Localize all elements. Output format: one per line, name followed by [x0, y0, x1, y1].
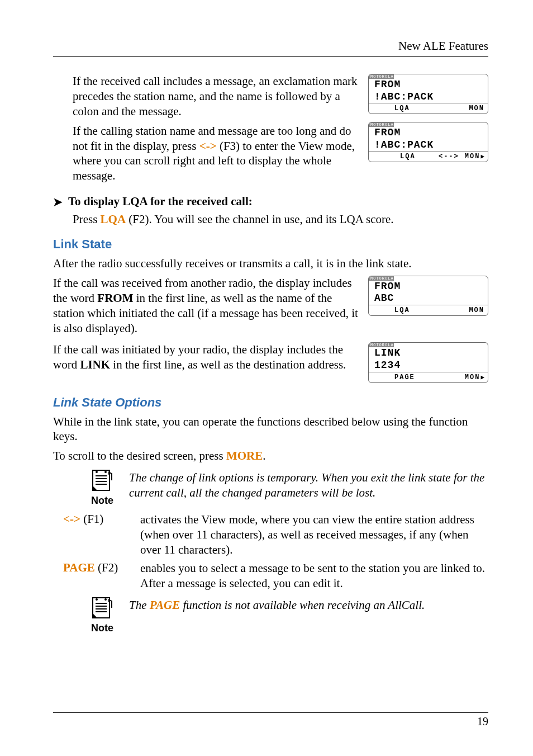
more-icon: ▶: [480, 153, 484, 160]
softkey: LQA: [400, 153, 416, 160]
lcd-line2: ABC: [369, 292, 488, 305]
text: (F1): [80, 512, 103, 526]
text: (F2): [95, 561, 118, 574]
key-page: PAGE: [150, 598, 180, 612]
procedure-heading: ➤ To display LQA for the received call:: [53, 195, 488, 209]
para-message-call: If the received call includes a message,…: [73, 74, 358, 119]
para-scroll: To scroll to the desired screen, press M…: [53, 448, 488, 464]
text: .: [263, 449, 265, 462]
page-footer: 19: [53, 712, 488, 728]
note-text: The change of link options is temporary.…: [129, 469, 488, 500]
lcd-softkeys: LQA <--> MON▶: [369, 151, 488, 162]
note-label: Note: [87, 495, 118, 507]
procedure-step: Press LQA (F2). You will see the channel…: [73, 212, 488, 227]
page-number: 19: [53, 715, 488, 728]
para-too-long: If the calling station name and message …: [73, 124, 358, 184]
lcd-screen-3: MOTOROLA FROM ABC LQA MON: [368, 276, 488, 316]
footer-rule: [53, 712, 488, 713]
lcd-line2: !ABC:PACK: [369, 91, 488, 103]
key-page: PAGE: [63, 561, 95, 574]
paragraph: If the call was received from another ra…: [53, 276, 358, 336]
brand-label: MOTOROLA: [369, 343, 394, 347]
para-opts-intro: While in the link state, you can operate…: [53, 414, 488, 445]
option-body: enables you to select a message to be se…: [140, 561, 488, 591]
para-link-intro: After the radio successfully receives or…: [53, 256, 488, 271]
text: (F2). You will see the channel in use, a…: [126, 212, 393, 226]
lcd-screen-4: MOTOROLA LINK 1234 PAGE MON▶: [368, 342, 488, 382]
softkey: LQA: [394, 306, 410, 314]
heading-link-state-options: Link State Options: [53, 395, 488, 410]
key-view: <->: [63, 512, 80, 526]
softkey: MON: [465, 374, 480, 381]
lcd-line1: FROM: [369, 79, 488, 91]
header-rule: [53, 56, 488, 57]
word-from: FROM: [97, 291, 133, 305]
more-icon: ▶: [480, 374, 484, 381]
svg-point-15: [96, 598, 98, 601]
option-key: <-> (F1): [63, 512, 136, 557]
note-text: The PAGE function is not available when …: [129, 597, 488, 613]
text: Press: [73, 212, 101, 226]
softkey: MON: [469, 306, 484, 314]
softkey: <-->: [439, 153, 459, 160]
softkey: LQA: [394, 105, 410, 112]
lcd-screen-1: MOTOROLA FROM !ABC:PACK LQA MON: [368, 74, 488, 114]
lcd-line1: FROM: [369, 281, 488, 293]
procedure-arrow-icon: ➤: [53, 195, 63, 209]
svg-point-6: [96, 471, 98, 473]
lcd-screen-2: MOTOROLA FROM !ABC:PACK LQA <--> MON▶: [368, 122, 488, 162]
word-link: LINK: [80, 358, 110, 371]
svg-rect-9: [93, 598, 110, 618]
lcd-softkeys: LQA MON: [369, 103, 488, 114]
softkey: PAGE: [394, 374, 415, 381]
section-header: New ALE Features: [53, 39, 488, 53]
lcd-line2: !ABC:PACK: [369, 139, 488, 152]
lcd-softkeys: LQA MON: [369, 305, 488, 315]
heading-link-state: Link State: [53, 237, 488, 252]
lcd-softkeys: PAGE MON▶: [369, 372, 488, 382]
option-row-view: <-> (F1) activates the View mode, where …: [63, 512, 488, 557]
svg-point-7: [104, 471, 107, 473]
key-more: MORE: [226, 449, 263, 462]
lcd-line2: 1234: [369, 360, 488, 372]
softkey: MON: [469, 105, 484, 112]
note-block: Note The PAGE function is not available …: [87, 597, 488, 634]
note-icon: Note: [87, 597, 118, 634]
key-lqa: LQA: [101, 212, 126, 226]
svg-rect-0: [93, 470, 110, 490]
paragraph: If the received call includes a message,…: [73, 74, 358, 188]
note-label: Note: [87, 622, 118, 634]
brand-label: MOTOROLA: [369, 276, 394, 281]
text: function is not available when receiving…: [180, 598, 425, 612]
procedure-title: To display LQA for the received call:: [68, 195, 253, 209]
note-block: Note The change of link options is tempo…: [87, 469, 488, 507]
svg-point-16: [104, 598, 107, 601]
note-icon: Note: [87, 469, 118, 507]
option-key: PAGE (F2): [63, 561, 136, 591]
brand-label: MOTOROLA: [369, 122, 394, 127]
option-body: activates the View mode, where you can v…: [140, 512, 488, 557]
lcd-line1: LINK: [369, 347, 488, 360]
paragraph: If the call was initiated by your radio,…: [53, 342, 358, 372]
lcd-line1: FROM: [369, 127, 488, 139]
text: To scroll to the desired screen, press: [53, 449, 226, 462]
key-view: <->: [199, 139, 217, 153]
softkey: MON: [465, 153, 480, 160]
brand-label: MOTOROLA: [369, 74, 394, 79]
option-row-page: PAGE (F2) enables you to select a messag…: [63, 561, 488, 591]
text: in the first line, as well as the destin…: [110, 358, 346, 371]
text: The: [129, 598, 150, 612]
